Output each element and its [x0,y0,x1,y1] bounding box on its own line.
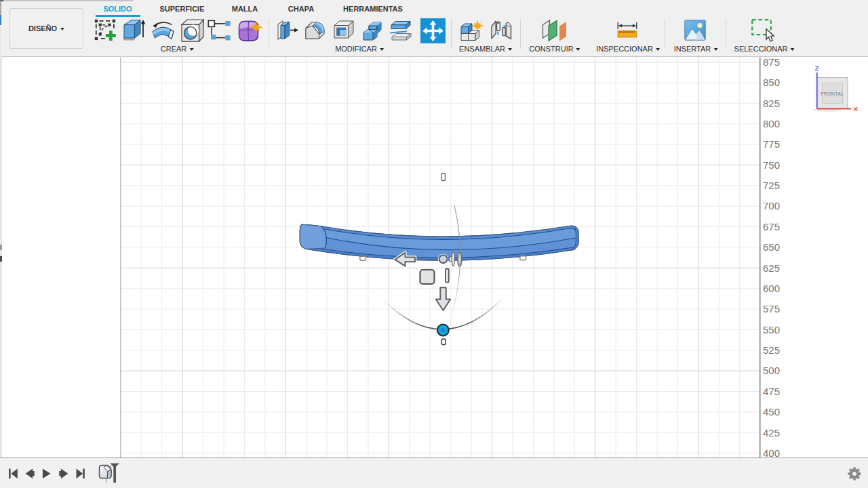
svg-text:825: 825 [763,98,780,109]
svg-text:650: 650 [763,241,780,253]
svg-text:625: 625 [763,262,780,274]
svg-text:FRONTAL: FRONTAL [821,92,844,96]
svg-text:600: 600 [763,283,780,294]
svg-text:700: 700 [763,200,780,211]
svg-text:X: X [854,105,859,113]
svg-text:425: 425 [763,427,780,439]
svg-text:500: 500 [763,365,780,376]
svg-text:725: 725 [763,180,780,191]
svg-text:550: 550 [763,324,780,336]
svg-text:475: 475 [763,386,780,397]
svg-text:450: 450 [763,406,780,418]
svg-text:775: 775 [763,138,780,150]
svg-text:575: 575 [763,303,780,314]
svg-text:875: 875 [763,57,780,68]
svg-text:800: 800 [763,118,780,129]
svg-text:675: 675 [763,221,780,232]
svg-text:525: 525 [763,344,780,356]
svg-text:400: 400 [763,447,780,458]
svg-text:Z: Z [815,64,819,72]
svg-text:750: 750 [763,159,780,171]
svg-text:850: 850 [763,77,780,88]
